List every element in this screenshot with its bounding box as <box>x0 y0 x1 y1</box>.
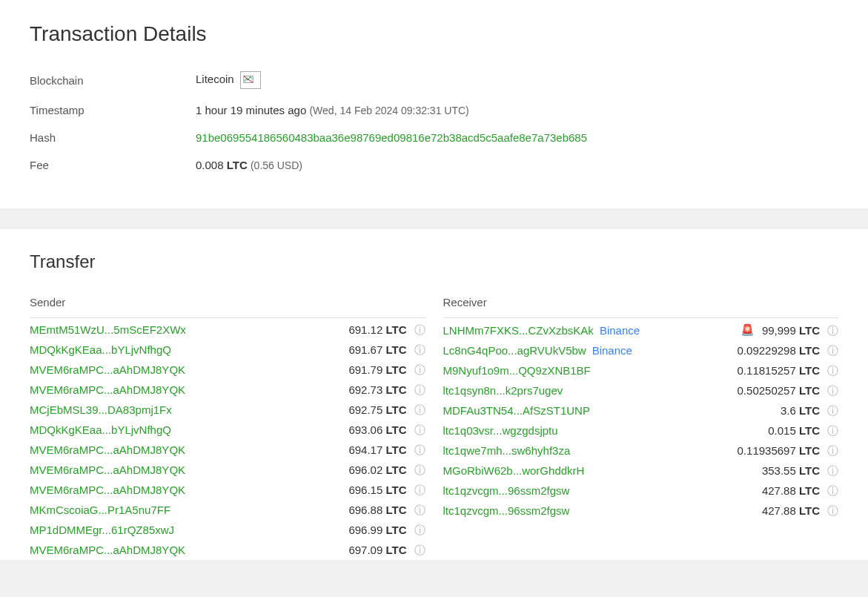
address-link[interactable]: MVEM6raMPC...aAhDMJ8YQK <box>30 544 185 556</box>
address-link[interactable]: MCjEbMSL39...DA83pmj1Fx <box>30 403 172 416</box>
amount-value: 427.88 LTC <box>762 504 820 517</box>
address-link[interactable]: ltc1q03vsr...wgzgdsjptu <box>443 424 558 437</box>
receiver-column: Receiver LNHMm7FXKS...CZvXzbsKAkBinance🚨… <box>443 296 839 560</box>
address-link[interactable]: MEmtM51WzU...5mScEF2XWx <box>30 323 186 336</box>
transfer-row: MVEM6raMPC...aAhDMJ8YQK691.79 LTCⓘ <box>30 360 425 380</box>
amount-value: 694.17 LTC <box>348 443 406 456</box>
amount-value: 0.09229298 LTC <box>738 344 820 357</box>
info-icon[interactable]: ⓘ <box>827 385 838 396</box>
address-link[interactable]: MVEM6raMPC...aAhDMJ8YQK <box>30 464 185 476</box>
entity-tag-link[interactable]: Binance <box>592 344 632 357</box>
transfer-row: ltc1q03vsr...wgzgdsjptu0.015 LTCⓘ <box>443 420 839 441</box>
info-icon[interactable]: ⓘ <box>827 365 838 376</box>
info-icon[interactable]: ⓘ <box>414 464 425 475</box>
address-link[interactable]: LNHMm7FXKS...CZvXzbsKAk <box>443 324 594 337</box>
amount-value: 696.88 LTC <box>348 504 406 516</box>
info-icon[interactable]: ⓘ <box>827 465 838 476</box>
detail-row-fee: Fee 0.008 LTC (0.56 USD) <box>30 151 838 179</box>
amount-value: 696.99 LTC <box>348 524 406 536</box>
transfer-row: ltc1qzvcgm...96ssm2fgsw427.88 LTCⓘ <box>443 501 839 521</box>
transfer-row: LNHMm7FXKS...CZvXzbsKAkBinance🚨99,999 LT… <box>443 320 839 340</box>
timestamp-value: 1 hour 19 minutes ago (Wed, 14 Feb 2024 … <box>196 104 469 116</box>
transfer-row: ltc1qsyn8n...k2prs7ugev0.50250257 LTCⓘ <box>443 380 839 400</box>
detail-row-timestamp: Timestamp 1 hour 19 minutes ago (Wed, 14… <box>30 96 838 124</box>
detail-row-blockchain: Blockchain Litecoin <box>30 64 838 96</box>
address-link[interactable]: MDQkKgKEaa...bYLjvNfhgQ <box>30 343 171 356</box>
amount-value: 427.88 LTC <box>762 484 820 497</box>
transfer-row: M9Nyuf1o9m...QQ9zXNB1BF0.11815257 LTCⓘ <box>443 360 839 380</box>
address-link[interactable]: MVEM6raMPC...aAhDMJ8YQK <box>30 383 185 396</box>
alert-icon: 🚨 <box>741 323 755 337</box>
amount-value: 353.55 LTC <box>762 464 820 477</box>
info-icon[interactable]: ⓘ <box>414 504 425 515</box>
timestamp-label: Timestamp <box>30 104 196 116</box>
amount-value: 691.12 LTC <box>348 323 406 336</box>
info-icon[interactable]: ⓘ <box>414 344 425 355</box>
address-link[interactable]: MVEM6raMPC...aAhDMJ8YQK <box>30 443 185 456</box>
address-link[interactable]: MGoRbiW62b...worGhddkrH <box>443 464 585 477</box>
info-icon[interactable]: ⓘ <box>414 544 425 555</box>
amount-value: 696.15 LTC <box>348 484 406 496</box>
address-link[interactable]: MKmCscoiaG...Pr1A5nu7FF <box>30 504 170 516</box>
info-icon[interactable]: ⓘ <box>827 445 838 456</box>
amount-value: 0.015 LTC <box>768 424 820 437</box>
address-link[interactable]: M9Nyuf1o9m...QQ9zXNB1BF <box>443 364 591 377</box>
transfer-row: MDQkKgKEaa...bYLjvNfhgQ691.67 LTCⓘ <box>30 340 425 360</box>
info-icon[interactable]: ⓘ <box>827 425 838 436</box>
amount-value: 693.06 LTC <box>348 423 406 436</box>
transfer-row: MVEM6raMPC...aAhDMJ8YQK692.73 LTCⓘ <box>30 380 425 400</box>
amount-value: 696.02 LTC <box>348 464 406 476</box>
info-icon[interactable]: ⓘ <box>414 384 425 395</box>
amount-value: 691.79 LTC <box>348 363 406 376</box>
address-link[interactable]: ltc1qwe7mh...sw6hyhf3za <box>443 444 571 457</box>
amount-value: 692.73 LTC <box>348 383 406 396</box>
transfer-row: MVEM6raMPC...aAhDMJ8YQK694.17 LTCⓘ <box>30 440 425 460</box>
amount-value: 0.50250257 LTC <box>738 384 820 397</box>
transfer-row: MKmCscoiaG...Pr1A5nu7FF696.88 LTCⓘ <box>30 500 425 520</box>
hash-label: Hash <box>30 131 196 144</box>
transfer-row: MDQkKgKEaa...bYLjvNfhgQ693.06 LTCⓘ <box>30 420 425 440</box>
blockchain-label: Blockchain <box>30 74 196 87</box>
address-link[interactable]: MP1dDMMEgr...61rQZ85xwJ <box>30 524 174 536</box>
transfer-row: Lc8nG4qPoo...agRVUkV5bwBinance0.09229298… <box>443 340 839 360</box>
transfer-title: Transfer <box>30 251 838 272</box>
transfer-row: MDFAu3TN54...AfSzST1UNP3.6 LTCⓘ <box>443 400 839 420</box>
info-icon[interactable]: ⓘ <box>414 484 425 495</box>
transaction-details-card: Transaction Details Blockchain Litecoin … <box>0 0 868 208</box>
detail-row-hash: Hash 91be069554186560483baa36e98769ed098… <box>30 124 838 151</box>
info-icon[interactable]: ⓘ <box>414 424 425 435</box>
info-icon[interactable]: ⓘ <box>827 485 838 496</box>
amount-value: 0.11935697 LTC <box>738 444 820 457</box>
amount-value: 0.11815257 LTC <box>738 364 820 377</box>
info-icon[interactable]: ⓘ <box>414 444 425 455</box>
amount-value: 3.6 LTC <box>781 404 820 417</box>
info-icon[interactable]: ⓘ <box>414 524 425 535</box>
info-icon[interactable]: ⓘ <box>414 404 425 415</box>
address-link[interactable]: MVEM6raMPC...aAhDMJ8YQK <box>30 363 185 376</box>
address-link[interactable]: MVEM6raMPC...aAhDMJ8YQK <box>30 484 185 496</box>
info-icon[interactable]: ⓘ <box>414 364 425 375</box>
address-link[interactable]: ltc1qsyn8n...k2prs7ugev <box>443 384 563 397</box>
broken-image-icon <box>240 71 261 89</box>
transfer-row: MP1dDMMEgr...61rQZ85xwJ696.99 LTCⓘ <box>30 520 425 540</box>
transfer-row: ltc1qwe7mh...sw6hyhf3za0.11935697 LTCⓘ <box>443 441 839 461</box>
address-link[interactable]: MDQkKgKEaa...bYLjvNfhgQ <box>30 423 171 436</box>
amount-value: 692.75 LTC <box>348 403 406 416</box>
address-link[interactable]: Lc8nG4qPoo...agRVUkV5bw <box>443 344 586 357</box>
blockchain-value: Litecoin <box>196 71 261 89</box>
info-icon[interactable]: ⓘ <box>827 325 838 336</box>
info-icon[interactable]: ⓘ <box>414 324 425 335</box>
entity-tag-link[interactable]: Binance <box>600 324 640 337</box>
address-link[interactable]: ltc1qzvcgm...96ssm2fgsw <box>443 484 570 497</box>
info-icon[interactable]: ⓘ <box>827 505 838 516</box>
amount-value: 697.09 LTC <box>348 544 406 556</box>
hash-link[interactable]: 91be069554186560483baa36e98769ed09816e72… <box>196 131 587 144</box>
info-icon[interactable]: ⓘ <box>827 405 838 416</box>
transfer-row: MGoRbiW62b...worGhddkrH353.55 LTCⓘ <box>443 461 839 481</box>
address-link[interactable]: MDFAu3TN54...AfSzST1UNP <box>443 404 590 417</box>
hash-value: 91be069554186560483baa36e98769ed09816e72… <box>196 131 587 144</box>
address-link[interactable]: ltc1qzvcgm...96ssm2fgsw <box>443 504 570 517</box>
transfer-row: MVEM6raMPC...aAhDMJ8YQK696.15 LTCⓘ <box>30 480 425 500</box>
info-icon[interactable]: ⓘ <box>827 345 838 356</box>
fee-label: Fee <box>30 159 196 171</box>
